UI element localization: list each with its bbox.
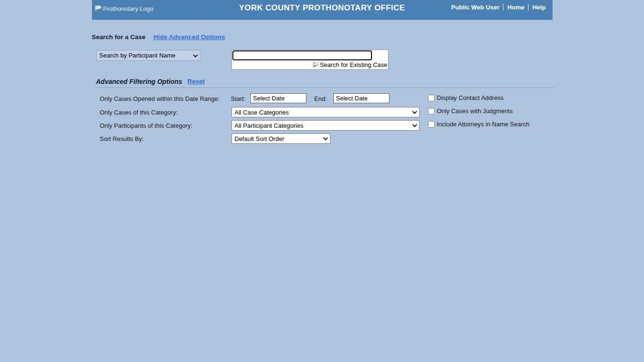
only-cases-with-judgments-checkbox[interactable]: [428, 108, 435, 115]
display-contact-address-checkbox[interactable]: [428, 95, 435, 101]
include-attorneys-checkbox[interactable]: [428, 121, 435, 128]
chevron-down-icon: [323, 137, 328, 140]
start-label: Start:: [231, 95, 246, 102]
case-category-select[interactable]: All Case Categories: [231, 107, 420, 117]
start-date-input[interactable]: [250, 93, 306, 103]
chevron-down-icon: [412, 110, 417, 114]
chevron-down-icon: [193, 54, 198, 58]
nav-public-web-user[interactable]: Public Web User: [447, 4, 503, 11]
checkbox-row-only-cases-with-judgments: Only Cases with Judgments: [428, 107, 513, 115]
include-attorneys-label: Include Attorneys in Name Search: [437, 121, 530, 128]
header-nav: Public Web User Home Help: [447, 4, 550, 11]
case-category-selected-value: All Case Categories: [235, 109, 410, 116]
search-input[interactable]: [232, 50, 372, 60]
sort-order-select[interactable]: Default Sort Order: [231, 133, 330, 144]
search-section-title: Search for a Case: [92, 33, 146, 41]
search-type-selected-value: Search by Participant Name: [99, 52, 191, 59]
search-button-alt-text: Search for Existing Case: [320, 61, 387, 68]
end-date-input[interactable]: [333, 93, 389, 103]
search-box: Search for Existing Case: [231, 49, 388, 70]
prothonotary-logo: Prothonotary Logo: [95, 5, 154, 12]
only-cases-with-judgments-label: Only Cases with Judgments: [437, 107, 513, 115]
advanced-filtering-title: Advanced Filtering Options: [96, 78, 182, 85]
participant-category-label: Only Participants of this Category:: [100, 122, 193, 129]
page: Prothonotary Logo YORK COUNTY PROTHONOTA…: [92, 0, 553, 362]
case-category-label: Only Cases of this Category:: [100, 109, 178, 116]
nav-help[interactable]: Help: [528, 4, 549, 11]
broken-image-icon: [95, 5, 102, 12]
hide-advanced-options-link[interactable]: Hide Advanced Options: [154, 33, 225, 41]
search-type-select[interactable]: Search by Participant Name: [96, 50, 200, 61]
nav-home[interactable]: Home: [504, 4, 528, 11]
logo-alt-text: Prothonotary Logo: [103, 5, 154, 12]
broken-image-icon: [313, 62, 319, 68]
checkbox-row-display-contact-address: Display Contact Address: [428, 94, 504, 101]
search-for-existing-case-button[interactable]: Search for Existing Case: [313, 61, 387, 68]
reset-link[interactable]: Reset: [188, 78, 205, 85]
checkbox-row-include-attorneys: Include Attorneys in Name Search: [428, 121, 530, 128]
sort-results-label: Sort Results By:: [100, 135, 144, 142]
end-label: End:: [314, 95, 327, 102]
header-bar: Prothonotary Logo YORK COUNTY PROTHONOTA…: [92, 0, 553, 20]
participant-category-selected-value: All Participant Categories: [235, 122, 410, 129]
chevron-down-icon: [412, 123, 417, 127]
participant-category-select[interactable]: All Participant Categories: [231, 120, 420, 131]
display-contact-address-label: Display Contact Address: [437, 94, 504, 101]
section-divider: [95, 88, 554, 89]
date-range-label: Only Cases Opened within this Date Range…: [100, 95, 220, 102]
sort-order-selected-value: Default Sort Order: [235, 135, 321, 142]
